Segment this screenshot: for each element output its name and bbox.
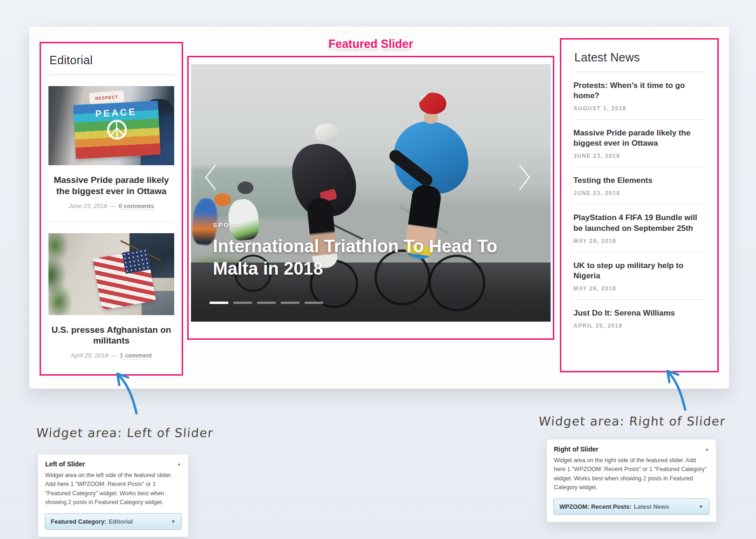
post-comments-link[interactable]: 1 comment bbox=[120, 352, 152, 359]
post-thumbnail-peace-flag[interactable]: RESPECT PEACE ☮ bbox=[48, 86, 174, 165]
meta-separator: — bbox=[110, 202, 116, 209]
us-flag-canton-art bbox=[122, 248, 151, 274]
news-item-title-link[interactable]: Just Do It: Serena Williams bbox=[573, 308, 705, 318]
slider-page-dash[interactable] bbox=[305, 302, 323, 304]
rainbow-peace-flag-art: PEACE ☮ bbox=[73, 101, 161, 159]
latest-news-widget-area: Latest News Protests: When’s it time to … bbox=[560, 38, 719, 372]
cyclist-helmet-art bbox=[315, 123, 338, 142]
post-title-link[interactable]: U.S. presses Afghanistan on militants bbox=[50, 324, 172, 347]
editorial-post: RESPECT PEACE ☮ Massive Pride parade lik… bbox=[48, 86, 174, 209]
widget-bar-label: WPZOOM: Recent Posts: bbox=[559, 503, 632, 510]
widget-panel-left-of-slider: Left of Slider ▲ Widget area on the left… bbox=[38, 454, 189, 537]
widget-bar-recent-posts[interactable]: WPZOOM: Recent Posts: Latest News ▼ bbox=[553, 499, 709, 515]
news-item-title-link[interactable]: UK to step up military help to Nigeria bbox=[573, 261, 705, 281]
news-item: Protests: When’s it time to go home? AUG… bbox=[573, 72, 705, 120]
dropdown-arrow-icon[interactable]: ▼ bbox=[171, 519, 176, 524]
news-item: Massive Pride parade likely the biggest … bbox=[573, 120, 705, 167]
news-item-title-link[interactable]: Testing the Elements bbox=[573, 175, 705, 186]
slider-page-dash[interactable] bbox=[257, 302, 276, 304]
next-arrow-icon[interactable] bbox=[517, 164, 531, 191]
widget-bar-featured-category[interactable]: Featured Category: Editorial ▼ bbox=[45, 513, 182, 530]
meta-separator: — bbox=[111, 352, 117, 359]
slider-image: SPORT International Triathlon To Head To… bbox=[191, 64, 551, 322]
cyclist-helmet-art bbox=[214, 193, 231, 206]
featured-slider: SPORT International Triathlon To Head To… bbox=[187, 56, 554, 340]
collapse-arrow-icon[interactable]: ▲ bbox=[705, 447, 709, 451]
annotation-right-of-slider: Widget area: Right of Slider bbox=[536, 414, 728, 428]
featured-slider-label: Featured Slider bbox=[187, 37, 554, 51]
post-title-link[interactable]: Massive Pride parade likely the biggest … bbox=[50, 175, 172, 197]
widget-bar-value: Latest News bbox=[634, 503, 669, 510]
news-item-date: MAY 26, 2018 bbox=[573, 285, 705, 292]
widget-bar-value: Editorial bbox=[109, 518, 133, 525]
post-divider bbox=[48, 222, 174, 222]
post-meta: June 23, 2018—0 comments bbox=[48, 202, 174, 209]
news-item-date: JUNE 23, 2018 bbox=[573, 153, 705, 159]
post-date: June 23, 2018 bbox=[68, 202, 107, 209]
news-item: Just Do It: Serena Williams APRIL 25, 20… bbox=[573, 300, 705, 337]
news-item: UK to step up military help to Nigeria M… bbox=[573, 252, 705, 300]
post-comments-link[interactable]: 0 comments bbox=[119, 202, 154, 210]
slider-page-dash[interactable] bbox=[233, 302, 252, 304]
prev-arrow-icon[interactable] bbox=[204, 164, 218, 191]
news-item-date: MAY 29, 2018 bbox=[573, 238, 705, 244]
latest-news-heading: Latest News bbox=[573, 47, 705, 72]
post-thumbnail-us-flag[interactable] bbox=[48, 233, 174, 315]
widget-panel-description: Widget area on the left side of the feat… bbox=[38, 471, 188, 507]
widget-panel-right-of-slider: Right of Slider ▲ Widget area on the rig… bbox=[546, 439, 716, 522]
collapse-arrow-icon[interactable]: ▲ bbox=[177, 462, 181, 466]
news-item: Testing the Elements JUNE 23, 2018 bbox=[573, 167, 705, 204]
widget-panel-header: Left of Slider ▲ bbox=[38, 454, 188, 471]
dropdown-arrow-icon[interactable]: ▼ bbox=[699, 504, 703, 509]
tree-art bbox=[48, 233, 87, 315]
news-item-date: JUNE 23, 2018 bbox=[573, 190, 705, 196]
news-item-title-link[interactable]: PlayStation 4 FIFA 19 Bundle will be lau… bbox=[573, 213, 705, 233]
news-item-date: APRIL 25, 2018 bbox=[573, 323, 705, 329]
cyclist-helmet-art bbox=[238, 182, 253, 194]
slide-category-link[interactable]: SPORT bbox=[213, 222, 241, 229]
news-item-title-link[interactable]: Massive Pride parade likely the biggest … bbox=[573, 128, 705, 148]
widget-panel-description: Widget area on the right side of the fea… bbox=[547, 456, 716, 492]
slide-caption: SPORT International Triathlon To Head To… bbox=[213, 221, 518, 280]
news-item-title-link[interactable]: Protests: When’s it time to go home? bbox=[573, 81, 705, 101]
us-flag-art bbox=[93, 249, 156, 310]
slider-page-dash[interactable] bbox=[281, 302, 300, 304]
annotation-left-of-slider: Widget area: Left of Slider bbox=[36, 426, 186, 440]
screenshot-stage: Editorial RESPECT PEACE ☮ Massive Pride … bbox=[0, 0, 756, 539]
slider-page-dash[interactable] bbox=[210, 302, 228, 304]
peace-symbol-icon: ☮ bbox=[74, 115, 160, 146]
post-date: April 20, 2018 bbox=[71, 352, 108, 359]
editorial-heading: Editorial bbox=[48, 50, 174, 75]
widget-panel-title: Right of Slider bbox=[554, 445, 599, 453]
editorial-widget-area: Editorial RESPECT PEACE ☮ Massive Pride … bbox=[40, 42, 183, 376]
widget-panel-title: Left of Slider bbox=[45, 460, 85, 468]
editorial-post: U.S. presses Afghanistan on militants Ap… bbox=[48, 233, 174, 359]
news-item-date: AUGUST 1, 2018 bbox=[573, 105, 705, 112]
slider-pagination bbox=[210, 302, 323, 304]
widget-panel-header: Right of Slider ▲ bbox=[547, 439, 716, 456]
slide-title-link[interactable]: International Triathlon To Head To Malta… bbox=[213, 235, 518, 280]
post-meta: April 20, 2018—1 comment bbox=[48, 352, 174, 359]
news-item: PlayStation 4 FIFA 19 Bundle will be lau… bbox=[573, 204, 705, 252]
widget-bar-label: Featured Category: bbox=[51, 518, 106, 525]
cyclist-helmet-art bbox=[419, 93, 446, 114]
latest-news-list: Protests: When’s it time to go home? AUG… bbox=[573, 72, 705, 337]
